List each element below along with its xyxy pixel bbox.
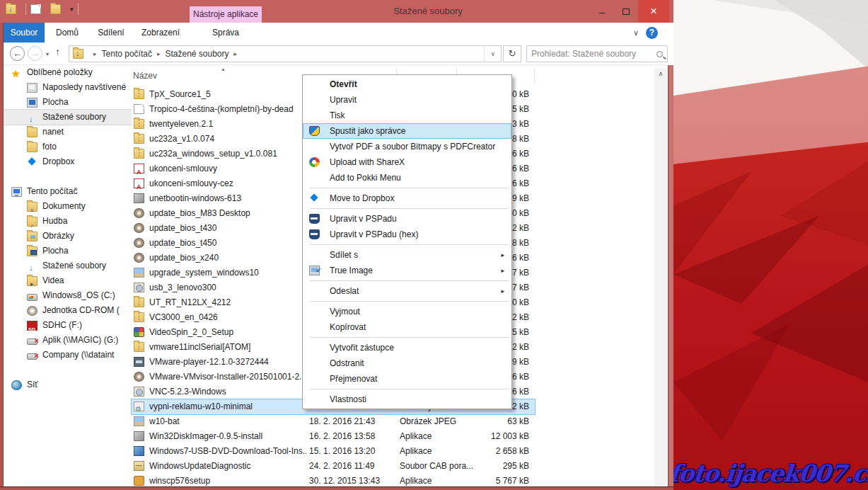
sidebar-item[interactable]: Plocha bbox=[4, 244, 132, 258]
refresh-button[interactable]: ↻ bbox=[503, 45, 521, 62]
sidebar-item[interactable]: Oblíbené položky bbox=[4, 65, 132, 80]
file-type-img-icon bbox=[134, 268, 144, 278]
file-type: Obrázek JPEG bbox=[400, 414, 490, 429]
file-name: VMware-player-12.1.0-3272444 bbox=[149, 355, 306, 370]
sidebar-item[interactable]: Aplik (\\MAGIC) (G:) bbox=[4, 333, 132, 348]
sidebar-item[interactable]: Videa bbox=[4, 273, 132, 288]
context-menu-item[interactable]: Kopírovat bbox=[303, 319, 511, 335]
sidebar-item-label: Stažené soubory bbox=[42, 261, 106, 270]
cd-icon bbox=[27, 306, 37, 316]
sidebar-item-label: Naposledy navštívené bbox=[42, 82, 126, 92]
titlebar[interactable]: ▾ Nástroje aplikace Stažené soubory – × bbox=[0, 0, 673, 23]
sidebar-item-label: Tento počítač bbox=[27, 186, 77, 196]
ribbon-collapse-chevron-icon[interactable]: ∨ bbox=[633, 28, 639, 38]
sidebar-item[interactable]: Stažené soubory bbox=[4, 110, 132, 125]
sidebar-item[interactable]: Síť bbox=[4, 377, 132, 392]
menu-item-label: Vlastnosti bbox=[330, 394, 366, 404]
tab-sprava[interactable]: Správa bbox=[190, 23, 262, 42]
tab-zobrazeni[interactable]: Zobrazení bbox=[135, 23, 186, 42]
file-type-gray-icon bbox=[134, 193, 144, 203]
context-menu-item[interactable]: Otevřít bbox=[303, 76, 511, 92]
sidebar-item[interactable]: Dokumenty bbox=[4, 199, 132, 214]
minimize-button[interactable]: – bbox=[590, 0, 614, 23]
sidebar-item[interactable]: Tento počítač bbox=[4, 184, 132, 199]
context-menu-item[interactable]: Odeslat▸ bbox=[303, 283, 511, 299]
sidebar-item[interactable]: Obrázky bbox=[4, 229, 132, 244]
context-menu-item[interactable]: Upload with ShareX bbox=[303, 154, 511, 170]
context-menu-item[interactable]: Add to Pokki Menu bbox=[303, 170, 511, 186]
up-button[interactable]: ↑ bbox=[55, 46, 60, 57]
sidebar-item[interactable]: Stažené soubory bbox=[4, 258, 132, 273]
sidebar-item[interactable]: Jednotka CD-ROM ( bbox=[4, 303, 132, 318]
folder-dl-icon bbox=[27, 113, 37, 122]
sidebar-item[interactable]: Naposledy navštívené bbox=[4, 80, 132, 95]
column-header-name[interactable]: Název bbox=[133, 71, 157, 81]
breadcrumb-downloads[interactable]: Stažené soubory bbox=[165, 49, 228, 59]
address-dropdown-icon[interactable]: ∨ bbox=[484, 46, 501, 62]
star-icon bbox=[11, 68, 22, 78]
file-type-zip-icon bbox=[134, 312, 144, 322]
sidebar-item[interactable]: nanet bbox=[4, 125, 132, 139]
sidebar-item[interactable]: Windows8_OS (C:) bbox=[4, 288, 132, 303]
sidebar-item[interactable]: Plocha bbox=[4, 95, 132, 110]
menu-item-label: Upravit v PSPadu bbox=[330, 214, 397, 224]
file-type-vmw-icon bbox=[134, 357, 144, 367]
sd-icon bbox=[27, 321, 37, 331]
column-divider[interactable] bbox=[534, 68, 535, 84]
file-name: vmware11inclSerial[ATOM] bbox=[149, 340, 306, 355]
menu-item-label: Upload with ShareX bbox=[330, 157, 405, 167]
file-row[interactable]: Win32DiskImager-0.9.5-install16. 2. 2016… bbox=[132, 429, 535, 444]
context-menu-item[interactable]: Vytvoř PDF a soubor Bitmapy s PDFCreator bbox=[303, 139, 511, 154]
file-name: w10-bat bbox=[149, 414, 306, 429]
tab-domu[interactable]: Domů bbox=[47, 23, 87, 42]
file-type-file-icon bbox=[134, 104, 144, 114]
window-title: Stažené soubory bbox=[354, 6, 502, 16]
context-menu-item[interactable]: Move to Dropbox bbox=[303, 190, 511, 206]
sidebar-item[interactable]: foto bbox=[4, 139, 132, 154]
context-menu-item[interactable]: Vlastnosti bbox=[303, 392, 511, 407]
tab-soubor[interactable]: Soubor bbox=[4, 23, 45, 42]
back-button[interactable]: ← bbox=[10, 46, 25, 61]
close-button[interactable]: × bbox=[638, 0, 669, 23]
scroll-up-icon[interactable]: ∧ bbox=[654, 68, 667, 80]
qat-customize-chevron-icon[interactable]: ▾ bbox=[70, 6, 74, 13]
properties-icon[interactable] bbox=[30, 4, 41, 14]
file-row[interactable]: Windows7-USB-DVD-Download-Tool-Ins...15.… bbox=[132, 444, 535, 459]
sidebar-item[interactable]: SDHC (F:) bbox=[4, 318, 132, 333]
breadcrumb-this-pc[interactable]: Tento počítač bbox=[102, 49, 152, 59]
context-menu-item[interactable]: Upravit v PSPadu (hex) bbox=[303, 227, 511, 242]
context-menu-item[interactable]: Upravit v PSPadu bbox=[303, 211, 511, 227]
context-menu-item[interactable]: Tisk bbox=[303, 108, 511, 123]
file-name: ukonceni-smlouvy-cez bbox=[149, 176, 306, 191]
context-menu-item[interactable]: True Image▸ bbox=[303, 263, 511, 278]
sidebar-item[interactable]: Company (\\dataint bbox=[4, 348, 132, 363]
forward-button[interactable]: → bbox=[28, 46, 42, 61]
file-row[interactable]: WindowsUpdateDiagnostic24. 2. 2016 11:49… bbox=[132, 459, 535, 474]
file-size: 63 kB bbox=[507, 414, 529, 429]
history-dropdown-icon[interactable]: ▾ bbox=[46, 51, 49, 57]
context-menu-item[interactable]: Sdílet s▸ bbox=[303, 247, 511, 263]
address-bar[interactable]: ▸ Tento počítač ▸ Stažené soubory ▸ ∨ bbox=[69, 45, 502, 62]
file-name: usb_3_lenovo300 bbox=[149, 280, 306, 295]
new-folder-icon[interactable] bbox=[50, 4, 61, 14]
context-menu-item[interactable]: Spustit jako správce bbox=[303, 123, 511, 139]
file-type-disc-icon bbox=[134, 208, 144, 218]
sidebar-item-label: Aplik (\\MAGIC) (G:) bbox=[42, 335, 118, 345]
sidebar-item[interactable]: Hudba bbox=[4, 214, 132, 229]
context-menu-item[interactable]: Přejmenovat bbox=[303, 371, 511, 387]
menu-separator bbox=[310, 389, 509, 389]
context-menu-item[interactable]: Upravit bbox=[303, 92, 511, 108]
menu-item-label: Kopírovat bbox=[330, 322, 366, 332]
docs-icon bbox=[27, 202, 37, 212]
tab-sdileni[interactable]: Sdílení bbox=[88, 23, 134, 42]
vertical-scrollbar[interactable]: ∧ bbox=[654, 68, 667, 486]
sidebar-item[interactable]: Dropbox bbox=[4, 154, 132, 169]
search-box[interactable]: Prohledat: Stažené soubory bbox=[526, 45, 668, 62]
context-menu-item[interactable]: Odstranit bbox=[303, 355, 511, 371]
maximize-button[interactable] bbox=[614, 0, 638, 23]
sidebar-item-label: foto bbox=[42, 142, 57, 152]
context-menu-item[interactable]: Vytvořit zástupce bbox=[303, 340, 511, 355]
help-icon[interactable]: ? bbox=[646, 27, 658, 39]
context-menu-item[interactable]: Vyjmout bbox=[303, 304, 511, 319]
file-row[interactable]: w10-bat18. 2. 2016 21:43Obrázek JPEG63 k… bbox=[132, 414, 535, 429]
